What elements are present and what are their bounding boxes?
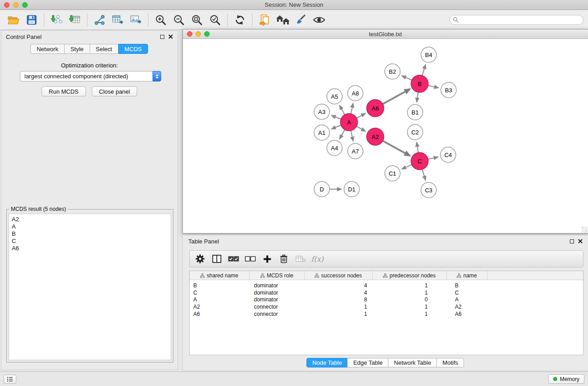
node-A8[interactable]: A8 bbox=[348, 86, 363, 101]
export-image-button[interactable] bbox=[127, 12, 145, 28]
node-C4[interactable]: C4 bbox=[440, 147, 456, 162]
tab-style[interactable]: Style bbox=[64, 44, 90, 54]
table-row[interactable]: Adominator80A bbox=[190, 296, 583, 304]
zoom-out-button[interactable] bbox=[170, 12, 188, 28]
close-panel-button[interactable]: Close panel bbox=[92, 86, 138, 96]
search-input[interactable] bbox=[449, 15, 583, 25]
resize-grip[interactable] bbox=[582, 227, 588, 233]
result-item[interactable]: A bbox=[12, 223, 168, 230]
panel-list-button[interactable] bbox=[4, 375, 16, 384]
minimize-window-icon[interactable] bbox=[13, 2, 19, 8]
table-settings-button[interactable] bbox=[192, 252, 208, 266]
edge-C-C2[interactable] bbox=[417, 143, 419, 153]
node-B4[interactable]: B4 bbox=[421, 47, 436, 62]
node-B3[interactable]: B3 bbox=[441, 82, 456, 98]
edge-A6-B[interactable] bbox=[383, 89, 410, 104]
edge-C-C4[interactable] bbox=[428, 157, 438, 159]
edge-A-A3[interactable] bbox=[332, 115, 341, 119]
table-row[interactable]: Cdominator41C bbox=[190, 289, 583, 296]
close-panel-icon[interactable] bbox=[578, 239, 583, 243]
tab-motifs[interactable]: Motifs bbox=[436, 358, 464, 367]
import-network-button[interactable] bbox=[48, 12, 66, 28]
column-header-shared-name[interactable]: shared name bbox=[190, 271, 249, 280]
node-A3[interactable]: A3 bbox=[314, 104, 330, 119]
node-C[interactable]: C bbox=[411, 152, 428, 170]
column-header-mcds-role[interactable]: MCDS role bbox=[249, 271, 305, 280]
edge-C-C3[interactable] bbox=[422, 169, 425, 180]
edge-A-A6[interactable] bbox=[357, 114, 365, 118]
edge-A-A1[interactable] bbox=[332, 125, 341, 129]
tab-mcds[interactable]: MCDS bbox=[118, 44, 148, 54]
column-header-successor-nodes[interactable]: successor nodes bbox=[305, 271, 373, 280]
node-B[interactable]: B bbox=[411, 75, 428, 92]
zoom-selected-button[interactable] bbox=[206, 12, 224, 28]
close-panel-icon[interactable] bbox=[168, 34, 173, 39]
edge-A-A8[interactable] bbox=[351, 104, 353, 114]
node-A2[interactable]: A2 bbox=[367, 128, 384, 145]
tab-network-table[interactable]: Network Table bbox=[388, 358, 437, 367]
network-graph[interactable]: B4B2BB3A5A8A6A3B1AA1C2A2A4A7CC4C1C3DD1 bbox=[183, 39, 588, 233]
table-row[interactable]: Bdominator41B bbox=[190, 282, 583, 289]
eye-button[interactable] bbox=[310, 12, 328, 28]
delete-table-button[interactable] bbox=[293, 252, 308, 266]
show-columns-button[interactable] bbox=[209, 252, 225, 266]
mcds-result-list[interactable]: A2ABCA6 bbox=[9, 214, 171, 360]
network-canvas[interactable]: B4B2BB3A5A8A6A3B1AA1C2A2A4A7CC4C1C3DD1 bbox=[183, 39, 588, 233]
maximize-network-icon[interactable] bbox=[204, 31, 210, 37]
edge-A-A2[interactable] bbox=[357, 126, 366, 131]
select-all-button[interactable] bbox=[226, 252, 241, 266]
edge-A2-C[interactable] bbox=[383, 141, 410, 156]
result-item[interactable]: B bbox=[12, 230, 168, 238]
tab-network[interactable]: Network bbox=[30, 44, 65, 54]
delete-column-button[interactable] bbox=[276, 252, 292, 266]
node-D[interactable]: D bbox=[314, 181, 330, 197]
edge-A-A7[interactable] bbox=[351, 131, 353, 141]
node-A1[interactable]: A1 bbox=[314, 125, 330, 140]
criterion-dropdown[interactable]: largest connected component (directed) bbox=[20, 71, 161, 81]
float-panel-icon[interactable] bbox=[570, 239, 574, 243]
result-item[interactable]: A6 bbox=[12, 245, 168, 252]
edge-B-B3[interactable] bbox=[428, 86, 439, 88]
close-network-icon[interactable] bbox=[187, 31, 192, 37]
node-C2[interactable]: C2 bbox=[407, 124, 423, 140]
node-B2[interactable]: B2 bbox=[385, 64, 400, 79]
run-mcds-button[interactable]: Run MCDS bbox=[42, 86, 86, 96]
maximize-window-icon[interactable] bbox=[22, 2, 28, 8]
edge-B-B4[interactable] bbox=[422, 65, 425, 76]
edge-A-A5[interactable] bbox=[339, 105, 344, 114]
tab-edge-table[interactable]: Edge Table bbox=[347, 358, 388, 367]
zoom-fit-button[interactable] bbox=[188, 12, 206, 28]
edge-A-A4[interactable] bbox=[339, 130, 344, 139]
export-network-button[interactable] bbox=[91, 12, 109, 28]
node-A5[interactable]: A5 bbox=[327, 89, 342, 104]
import-table-button[interactable] bbox=[66, 12, 84, 28]
refresh-layout-button[interactable] bbox=[231, 12, 249, 28]
add-column-button[interactable] bbox=[259, 252, 275, 266]
minimize-network-icon[interactable] bbox=[196, 31, 201, 37]
edge-B-B1[interactable] bbox=[417, 92, 418, 102]
node-A7[interactable]: A7 bbox=[348, 143, 363, 159]
export-table-button[interactable] bbox=[109, 12, 127, 28]
edge-C-C1[interactable] bbox=[402, 165, 412, 169]
node-A[interactable]: A bbox=[340, 114, 358, 131]
float-panel-icon[interactable] bbox=[160, 35, 164, 39]
node-B1[interactable]: B1 bbox=[407, 105, 423, 120]
duplicate-network-button[interactable] bbox=[256, 12, 274, 28]
home-button[interactable] bbox=[274, 12, 292, 28]
node-C3[interactable]: C3 bbox=[421, 182, 436, 198]
memory-button[interactable]: Memory bbox=[548, 374, 584, 384]
result-item[interactable]: C bbox=[12, 238, 168, 245]
node-D1[interactable]: D1 bbox=[344, 181, 359, 197]
style-brush-button[interactable] bbox=[292, 12, 310, 28]
table-row[interactable]: A6connector11A6 bbox=[190, 310, 583, 318]
result-item[interactable]: A2 bbox=[12, 216, 168, 223]
table-row[interactable]: A2connector11A2 bbox=[190, 303, 583, 310]
network-window-titlebar[interactable]: testGlobe.txt bbox=[183, 29, 588, 39]
open-session-button[interactable] bbox=[5, 12, 23, 28]
column-header-name[interactable]: name bbox=[447, 271, 488, 280]
column-header-predecessor-nodes[interactable]: predecessor nodes bbox=[373, 271, 447, 280]
close-window-icon[interactable] bbox=[4, 2, 10, 8]
node-A6[interactable]: A6 bbox=[367, 100, 384, 117]
function-builder-button[interactable]: f(x) bbox=[310, 252, 325, 266]
edge-B-B2[interactable] bbox=[402, 76, 412, 80]
